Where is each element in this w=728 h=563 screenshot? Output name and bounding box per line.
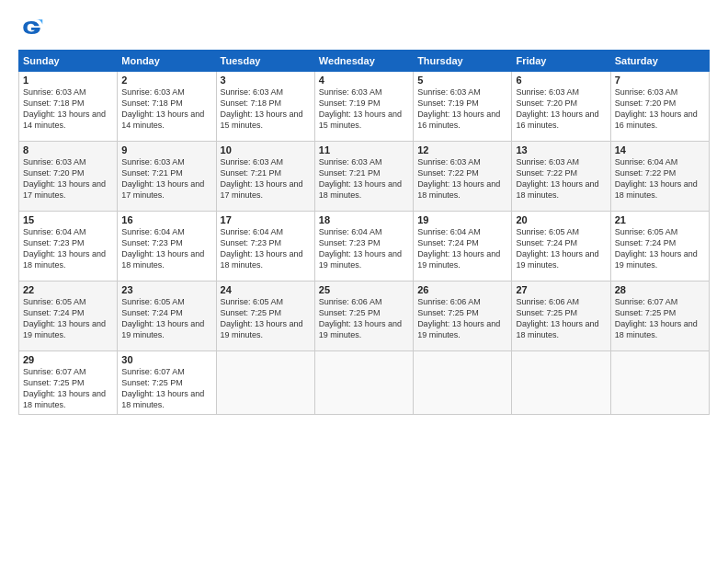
day-number: 16 bbox=[121, 214, 211, 225]
day-info: Sunrise: 6:03 AM Sunset: 7:19 PM Dayligh… bbox=[319, 86, 409, 132]
table-cell: 14 Sunrise: 6:04 AM Sunset: 7:22 PM Dayl… bbox=[610, 142, 709, 212]
table-cell: 13 Sunrise: 6:03 AM Sunset: 7:22 PM Dayl… bbox=[512, 142, 610, 212]
table-cell: 19 Sunrise: 6:04 AM Sunset: 7:24 PM Dayl… bbox=[414, 212, 512, 282]
logo bbox=[18, 15, 48, 40]
day-number: 12 bbox=[417, 144, 507, 155]
day-info: Sunrise: 6:06 AM Sunset: 7:25 PM Dayligh… bbox=[319, 296, 409, 341]
day-number: 7 bbox=[615, 75, 705, 86]
day-number: 30 bbox=[121, 354, 211, 365]
table-cell: 15 Sunrise: 6:04 AM Sunset: 7:23 PM Dayl… bbox=[19, 212, 118, 282]
day-number: 3 bbox=[221, 75, 311, 86]
col-saturday: Saturday bbox=[610, 51, 709, 72]
table-cell bbox=[216, 351, 314, 415]
day-info: Sunrise: 6:04 AM Sunset: 7:22 PM Dayligh… bbox=[615, 156, 705, 201]
table-cell: 1 Sunrise: 6:03 AM Sunset: 7:18 PM Dayli… bbox=[19, 72, 118, 142]
day-number: 22 bbox=[23, 284, 113, 295]
day-number: 28 bbox=[615, 284, 705, 295]
table-cell: 12 Sunrise: 6:03 AM Sunset: 7:22 PM Dayl… bbox=[414, 142, 512, 212]
day-number: 5 bbox=[417, 75, 507, 86]
table-cell bbox=[610, 351, 709, 415]
table-cell: 3 Sunrise: 6:03 AM Sunset: 7:18 PM Dayli… bbox=[216, 72, 314, 142]
table-cell: 5 Sunrise: 6:03 AM Sunset: 7:19 PM Dayli… bbox=[414, 72, 512, 142]
day-info: Sunrise: 6:06 AM Sunset: 7:25 PM Dayligh… bbox=[516, 296, 606, 341]
header bbox=[18, 15, 710, 40]
logo-icon bbox=[18, 15, 44, 40]
day-info: Sunrise: 6:03 AM Sunset: 7:21 PM Dayligh… bbox=[319, 156, 409, 201]
day-info: Sunrise: 6:03 AM Sunset: 7:20 PM Dayligh… bbox=[615, 86, 705, 132]
day-info: Sunrise: 6:03 AM Sunset: 7:21 PM Dayligh… bbox=[121, 156, 211, 201]
day-info: Sunrise: 6:04 AM Sunset: 7:23 PM Dayligh… bbox=[221, 226, 311, 271]
day-info: Sunrise: 6:03 AM Sunset: 7:22 PM Dayligh… bbox=[516, 156, 606, 201]
calendar-header-row: Sunday Monday Tuesday Wednesday Thursday… bbox=[19, 51, 710, 72]
day-info: Sunrise: 6:03 AM Sunset: 7:18 PM Dayligh… bbox=[121, 86, 211, 132]
day-number: 26 bbox=[417, 284, 507, 295]
day-info: Sunrise: 6:07 AM Sunset: 7:25 PM Dayligh… bbox=[121, 366, 211, 411]
col-friday: Friday bbox=[512, 51, 610, 72]
table-cell: 4 Sunrise: 6:03 AM Sunset: 7:19 PM Dayli… bbox=[314, 72, 413, 142]
table-cell bbox=[414, 351, 512, 415]
day-info: Sunrise: 6:03 AM Sunset: 7:20 PM Dayligh… bbox=[516, 86, 606, 132]
table-cell: 9 Sunrise: 6:03 AM Sunset: 7:21 PM Dayli… bbox=[118, 142, 216, 212]
day-info: Sunrise: 6:03 AM Sunset: 7:18 PM Dayligh… bbox=[23, 86, 113, 132]
table-cell: 10 Sunrise: 6:03 AM Sunset: 7:21 PM Dayl… bbox=[216, 142, 314, 212]
day-info: Sunrise: 6:04 AM Sunset: 7:24 PM Dayligh… bbox=[417, 226, 507, 271]
calendar-table: Sunday Monday Tuesday Wednesday Thursday… bbox=[18, 50, 710, 415]
table-cell: 28 Sunrise: 6:07 AM Sunset: 7:25 PM Dayl… bbox=[610, 282, 709, 351]
day-number: 6 bbox=[516, 75, 606, 86]
day-number: 23 bbox=[121, 284, 211, 295]
day-number: 15 bbox=[23, 214, 113, 225]
table-cell: 7 Sunrise: 6:03 AM Sunset: 7:20 PM Dayli… bbox=[610, 72, 709, 142]
day-number: 9 bbox=[121, 144, 211, 155]
day-number: 8 bbox=[23, 144, 113, 155]
table-cell: 21 Sunrise: 6:05 AM Sunset: 7:24 PM Dayl… bbox=[610, 212, 709, 282]
table-cell: 16 Sunrise: 6:04 AM Sunset: 7:23 PM Dayl… bbox=[118, 212, 216, 282]
table-cell: 22 Sunrise: 6:05 AM Sunset: 7:24 PM Dayl… bbox=[19, 282, 118, 351]
day-info: Sunrise: 6:05 AM Sunset: 7:24 PM Dayligh… bbox=[516, 226, 606, 271]
table-cell: 2 Sunrise: 6:03 AM Sunset: 7:18 PM Dayli… bbox=[118, 72, 216, 142]
table-cell: 30 Sunrise: 6:07 AM Sunset: 7:25 PM Dayl… bbox=[118, 351, 216, 415]
col-monday: Monday bbox=[118, 51, 216, 72]
day-number: 29 bbox=[23, 354, 113, 365]
table-cell: 23 Sunrise: 6:05 AM Sunset: 7:24 PM Dayl… bbox=[118, 282, 216, 351]
day-number: 4 bbox=[319, 75, 409, 86]
table-cell: 8 Sunrise: 6:03 AM Sunset: 7:20 PM Dayli… bbox=[19, 142, 118, 212]
day-number: 21 bbox=[615, 214, 705, 225]
table-cell: 29 Sunrise: 6:07 AM Sunset: 7:25 PM Dayl… bbox=[19, 351, 118, 415]
col-sunday: Sunday bbox=[19, 51, 118, 72]
table-cell: 18 Sunrise: 6:04 AM Sunset: 7:23 PM Dayl… bbox=[314, 212, 413, 282]
table-cell: 11 Sunrise: 6:03 AM Sunset: 7:21 PM Dayl… bbox=[314, 142, 413, 212]
day-info: Sunrise: 6:05 AM Sunset: 7:24 PM Dayligh… bbox=[121, 296, 211, 341]
col-wednesday: Wednesday bbox=[314, 51, 413, 72]
day-number: 20 bbox=[516, 214, 606, 225]
col-tuesday: Tuesday bbox=[216, 51, 314, 72]
day-info: Sunrise: 6:05 AM Sunset: 7:24 PM Dayligh… bbox=[23, 296, 113, 341]
day-info: Sunrise: 6:04 AM Sunset: 7:23 PM Dayligh… bbox=[319, 226, 409, 271]
day-number: 25 bbox=[319, 284, 409, 295]
day-info: Sunrise: 6:03 AM Sunset: 7:20 PM Dayligh… bbox=[23, 156, 113, 201]
table-cell bbox=[314, 351, 413, 415]
col-thursday: Thursday bbox=[414, 51, 512, 72]
table-cell: 6 Sunrise: 6:03 AM Sunset: 7:20 PM Dayli… bbox=[512, 72, 610, 142]
table-cell bbox=[512, 351, 610, 415]
day-number: 18 bbox=[319, 214, 409, 225]
day-info: Sunrise: 6:06 AM Sunset: 7:25 PM Dayligh… bbox=[417, 296, 507, 341]
day-info: Sunrise: 6:03 AM Sunset: 7:21 PM Dayligh… bbox=[221, 156, 311, 201]
table-cell: 26 Sunrise: 6:06 AM Sunset: 7:25 PM Dayl… bbox=[414, 282, 512, 351]
day-info: Sunrise: 6:07 AM Sunset: 7:25 PM Dayligh… bbox=[615, 296, 705, 341]
table-cell: 25 Sunrise: 6:06 AM Sunset: 7:25 PM Dayl… bbox=[314, 282, 413, 351]
day-number: 11 bbox=[319, 144, 409, 155]
day-info: Sunrise: 6:05 AM Sunset: 7:24 PM Dayligh… bbox=[615, 226, 705, 271]
day-info: Sunrise: 6:03 AM Sunset: 7:22 PM Dayligh… bbox=[417, 156, 507, 201]
table-cell: 20 Sunrise: 6:05 AM Sunset: 7:24 PM Dayl… bbox=[512, 212, 610, 282]
day-number: 2 bbox=[121, 75, 211, 86]
table-cell: 24 Sunrise: 6:05 AM Sunset: 7:25 PM Dayl… bbox=[216, 282, 314, 351]
day-number: 10 bbox=[221, 144, 311, 155]
day-info: Sunrise: 6:04 AM Sunset: 7:23 PM Dayligh… bbox=[121, 226, 211, 271]
day-number: 19 bbox=[417, 214, 507, 225]
day-number: 17 bbox=[221, 214, 311, 225]
day-number: 13 bbox=[516, 144, 606, 155]
page: Sunday Monday Tuesday Wednesday Thursday… bbox=[0, 0, 728, 563]
day-info: Sunrise: 6:03 AM Sunset: 7:18 PM Dayligh… bbox=[221, 86, 311, 132]
day-number: 24 bbox=[221, 284, 311, 295]
day-info: Sunrise: 6:03 AM Sunset: 7:19 PM Dayligh… bbox=[417, 86, 507, 132]
